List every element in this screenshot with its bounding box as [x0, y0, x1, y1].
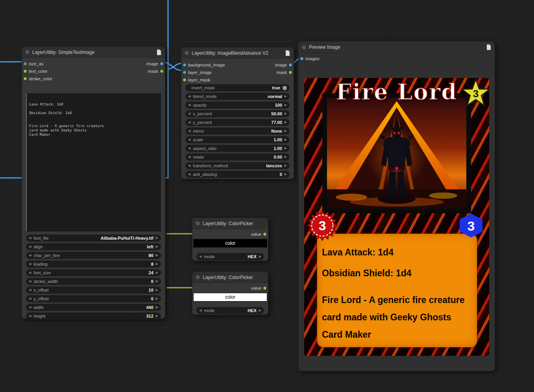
increment-arrow-icon[interactable]: ▶ — [156, 271, 158, 274]
widget-anti-aliasing[interactable]: ◀ anti_aliasing 0 ▶ — [185, 171, 290, 178]
input-slot-stroke-color[interactable] — [23, 77, 27, 81]
increment-arrow-icon[interactable]: ▶ — [285, 138, 287, 141]
node-header[interactable]: LayerUtility: SimpleTextImage — [22, 47, 165, 58]
color-swatch[interactable]: color — [193, 239, 267, 248]
increment-arrow-icon[interactable]: ▶ — [285, 95, 287, 98]
graph-canvas[interactable]: LayerUtility: SimpleTextImage size_as im… — [0, 0, 534, 392]
decrement-arrow-icon[interactable]: ◀ — [188, 173, 190, 176]
increment-arrow-icon[interactable]: ▶ — [156, 245, 158, 248]
text-widget[interactable]: Lava Attack: 1d4 Obsidian Shield: 1d4 Fi… — [26, 93, 161, 231]
increment-arrow-icon[interactable]: ▶ — [285, 104, 287, 107]
decrement-arrow-icon[interactable]: ◀ — [188, 95, 190, 98]
increment-arrow-icon[interactable]: ▶ — [285, 164, 287, 167]
decrement-arrow-icon[interactable]: ◀ — [29, 271, 31, 274]
increment-arrow-icon[interactable]: ▶ — [285, 173, 287, 176]
widget-char-per-line[interactable]: ◀ char_per_line 80 ▶ — [26, 252, 161, 259]
widget-aspect-ratio[interactable]: ◀ aspect_ratio 1.00 ▶ — [185, 145, 290, 152]
input-slot-layer-mask[interactable] — [183, 78, 187, 82]
document-icon[interactable] — [157, 50, 161, 55]
output-slot-value[interactable] — [263, 286, 267, 290]
output-slot-mask[interactable] — [160, 69, 164, 73]
input-slot-layer-image[interactable] — [183, 70, 187, 74]
node-header[interactable]: LayerUtility: ColorPicker — [192, 218, 268, 229]
widget-mode[interactable]: ◀ mode HEX ▶ — [196, 253, 264, 260]
widget-width[interactable]: ◀ width 440 ▶ — [26, 304, 161, 311]
widget-font-size[interactable]: ◀ font_size 24 ▶ — [26, 269, 161, 276]
decrement-arrow-icon[interactable]: ◀ — [188, 147, 190, 150]
increment-arrow-icon[interactable]: ▶ — [285, 155, 287, 159]
collapse-dot[interactable] — [196, 276, 200, 279]
decrement-arrow-icon[interactable]: ◀ — [29, 245, 31, 248]
node-color-picker-1[interactable]: LayerUtility: ColorPicker value color ◀ … — [192, 218, 268, 261]
widget-x-percent[interactable]: ◀ x_percent 50.00 ▶ — [185, 110, 290, 117]
decrement-arrow-icon[interactable]: ◀ — [188, 129, 190, 133]
widget-scale[interactable]: ◀ scale 1.00 ▶ — [185, 136, 290, 143]
decrement-arrow-icon[interactable]: ◀ — [188, 112, 190, 115]
decrement-arrow-icon[interactable]: ◀ — [29, 288, 31, 292]
increment-arrow-icon[interactable]: ▶ — [156, 237, 158, 240]
widget-align[interactable]: ◀ align left ▶ — [26, 243, 161, 250]
increment-arrow-icon[interactable]: ▶ — [156, 254, 158, 257]
node-header[interactable]: LayerUtility: ImageBlendAdvance V2 — [181, 48, 294, 59]
widget-mirror[interactable]: ◀ mirror None ▶ — [185, 128, 290, 135]
node-simple-text-image[interactable]: LayerUtility: SimpleTextImage size_as im… — [22, 46, 165, 319]
decrement-arrow-icon[interactable]: ◀ — [188, 121, 190, 124]
increment-arrow-icon[interactable]: ▶ — [285, 147, 287, 150]
increment-arrow-icon[interactable]: ▶ — [285, 112, 287, 115]
increment-arrow-icon[interactable]: ▶ — [285, 121, 287, 124]
widget-invert-mask-toggle[interactable]: invert_mask true — [185, 84, 290, 91]
decrement-arrow-icon[interactable]: ◀ — [188, 104, 190, 107]
collapse-dot[interactable] — [185, 51, 188, 55]
decrement-arrow-icon[interactable]: ◀ — [29, 297, 31, 300]
increment-arrow-icon[interactable]: ▶ — [259, 255, 261, 258]
collapse-dot[interactable] — [302, 46, 306, 49]
document-icon[interactable] — [486, 44, 491, 50]
input-slot-size-as[interactable] — [23, 62, 27, 66]
input-slot-text-color[interactable] — [23, 69, 27, 73]
decrement-arrow-icon[interactable]: ◀ — [188, 164, 190, 167]
decrement-arrow-icon[interactable]: ◀ — [29, 263, 31, 266]
widget-leading[interactable]: ◀ leading 8 ▶ — [26, 261, 161, 268]
output-slot-value[interactable] — [263, 232, 267, 236]
widget-font-file[interactable]: ◀ font_file Alibaba-PuHuiTi-Heavy.ttf ▶ — [26, 235, 161, 242]
widget-opacity[interactable]: ◀ opacity 100 ▶ — [185, 102, 290, 109]
increment-arrow-icon[interactable]: ▶ — [156, 297, 158, 300]
collapse-dot[interactable] — [26, 50, 29, 54]
decrement-arrow-icon[interactable]: ◀ — [199, 309, 201, 312]
document-icon[interactable] — [285, 50, 290, 56]
increment-arrow-icon[interactable]: ▶ — [156, 263, 158, 266]
decrement-arrow-icon[interactable]: ◀ — [29, 254, 31, 257]
decrement-arrow-icon[interactable]: ◀ — [29, 280, 31, 283]
widget-blend-mode[interactable]: ◀ blend_mode normal ▶ — [185, 93, 290, 100]
collapse-dot[interactable] — [196, 222, 200, 225]
widget-height[interactable]: ◀ height 312 ▶ — [26, 312, 161, 320]
increment-arrow-icon[interactable]: ▶ — [156, 288, 158, 292]
output-slot-image[interactable] — [288, 63, 292, 67]
node-header[interactable]: LayerUtility: ColorPicker — [192, 272, 268, 283]
node-image-blend-advance[interactable]: LayerUtility: ImageBlendAdvance V2 backg… — [181, 47, 294, 179]
node-header[interactable]: Preview Image — [299, 42, 495, 53]
input-slot-images[interactable] — [300, 57, 304, 61]
widget-transform-method[interactable]: ◀ transform_method lanczos ▶ — [185, 162, 290, 169]
decrement-arrow-icon[interactable]: ◀ — [29, 237, 31, 240]
node-preview-image[interactable]: Preview Image images Fire Lord 3 — [298, 41, 495, 371]
node-color-picker-2[interactable]: LayerUtility: ColorPicker value color ◀ … — [192, 272, 268, 315]
toggle-knob-icon[interactable] — [283, 86, 287, 90]
decrement-arrow-icon[interactable]: ◀ — [199, 255, 201, 258]
output-slot-mask[interactable] — [288, 70, 292, 74]
decrement-arrow-icon[interactable]: ◀ — [29, 306, 31, 309]
widget-y-percent[interactable]: ◀ y_percent 77.00 ▶ — [185, 119, 290, 126]
widget-mode[interactable]: ◀ mode HEX ▶ — [196, 307, 264, 314]
input-slot-background-image[interactable] — [183, 63, 187, 67]
widget-y-offset[interactable]: ◀ y_offset 0 ▶ — [26, 295, 161, 302]
increment-arrow-icon[interactable]: ▶ — [156, 306, 158, 309]
decrement-arrow-icon[interactable]: ◀ — [29, 314, 31, 318]
increment-arrow-icon[interactable]: ▶ — [285, 129, 287, 133]
decrement-arrow-icon[interactable]: ◀ — [188, 155, 190, 159]
widget-x-offset[interactable]: ◀ x_offset 10 ▶ — [26, 287, 161, 294]
widget-stroke-width[interactable]: ◀ stroke_width 0 ▶ — [26, 278, 161, 285]
decrement-arrow-icon[interactable]: ◀ — [188, 138, 190, 141]
output-slot-image[interactable] — [160, 62, 164, 66]
increment-arrow-icon[interactable]: ▶ — [156, 280, 158, 283]
increment-arrow-icon[interactable]: ▶ — [259, 309, 261, 312]
